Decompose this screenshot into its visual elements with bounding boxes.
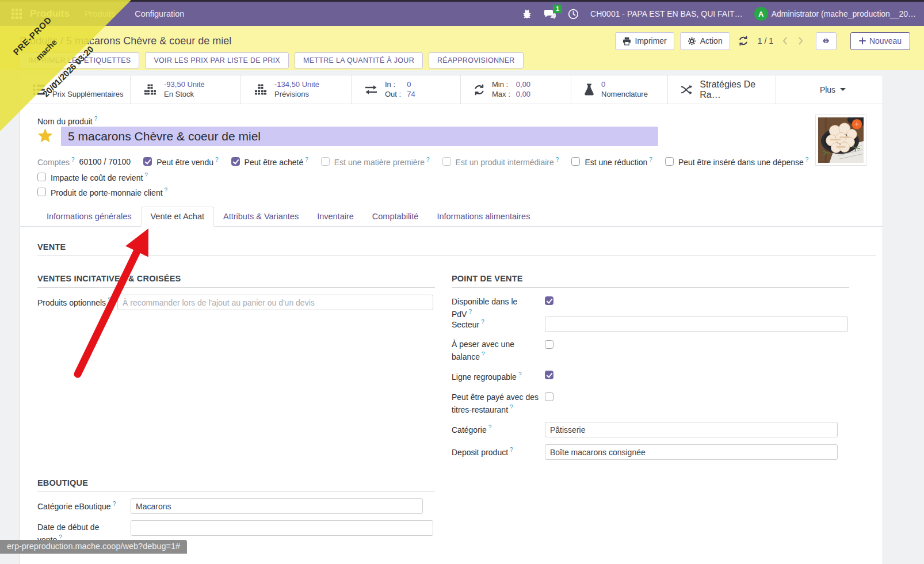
cost-impact-checkbox[interactable] bbox=[37, 173, 46, 181]
tab-general-info[interactable]: Informations générales bbox=[37, 207, 141, 226]
gear-icon bbox=[688, 37, 696, 45]
page-title: 5 macarons Chèvre & coeur de miel bbox=[66, 35, 231, 47]
pos-section-heading: POINT DE VENTE bbox=[452, 274, 849, 288]
app-name[interactable]: Produits bbox=[30, 8, 70, 20]
print-labels-button[interactable]: IMPRIMER LES ÉTIQUETTES bbox=[20, 52, 139, 68]
action-label: Action bbox=[700, 36, 723, 45]
stat-in-value: 0 bbox=[407, 80, 415, 89]
sale-section-title: VENTE bbox=[37, 242, 876, 251]
main-navbar: Produits Produits Configuration 1 bbox=[0, 2, 924, 26]
expense-checkbox[interactable] bbox=[665, 157, 674, 166]
available-in-pos-checkbox[interactable] bbox=[545, 296, 553, 305]
view-pricelist-prices-button[interactable]: VOIR LES PRIX PAR LISTE DE PRIX bbox=[145, 52, 289, 68]
messages-icon[interactable]: 1 bbox=[544, 9, 556, 20]
is-discount-checkbox[interactable] bbox=[571, 157, 580, 166]
refresh-button[interactable] bbox=[736, 36, 751, 46]
stat-extra-prices[interactable]: 0Prix Supplémentaires bbox=[20, 75, 131, 104]
stat-bom[interactable]: 0Nomenclature bbox=[571, 75, 668, 104]
update-quantity-button[interactable]: METTRE LA QUANTITÉ À JOUR bbox=[295, 52, 423, 68]
cost-impact-checkbox-item: Impacte le coût de revient bbox=[37, 172, 148, 182]
stat-value: -134,50 Unité bbox=[274, 80, 319, 89]
apps-menu-button[interactable] bbox=[8, 5, 25, 22]
breadcrumb-parent[interactable]: Produits bbox=[20, 35, 58, 47]
meal-voucher-checkbox[interactable] bbox=[545, 392, 553, 401]
expense-checkbox-item: Peut être inséré dans une dépense bbox=[665, 157, 809, 167]
deposit-product-input[interactable] bbox=[545, 444, 838, 460]
is-discount-label: Est une réduction bbox=[585, 157, 652, 167]
stat-in-label: In : bbox=[385, 80, 401, 89]
can-be-sold-checkbox[interactable] bbox=[143, 157, 152, 166]
sale-section-heading: VENTE bbox=[37, 242, 876, 256]
optional-products-input[interactable] bbox=[117, 295, 433, 310]
stat-forecast[interactable]: -134,50 UnitéPrévisions bbox=[241, 75, 352, 104]
control-panel: Produits / 5 macarons Chèvre & coeur de … bbox=[0, 26, 924, 70]
pos-category-input[interactable] bbox=[545, 422, 838, 437]
debug-bug-icon[interactable] bbox=[522, 9, 532, 19]
stat-label: Nomenclature bbox=[601, 90, 648, 99]
stat-more-dropdown[interactable]: Plus bbox=[776, 75, 883, 104]
expense-label: Peut être inséré dans une dépense bbox=[678, 157, 809, 167]
activities-clock-icon[interactable] bbox=[568, 9, 579, 20]
can-be-purchased-checkbox[interactable] bbox=[231, 157, 240, 166]
sale-start-date-input[interactable] bbox=[131, 520, 433, 536]
action-button[interactable]: Action bbox=[680, 32, 730, 50]
intermediate-product-checkbox[interactable] bbox=[442, 157, 451, 166]
stat-on-hand[interactable]: -93,50 UnitéEn Stock bbox=[131, 75, 241, 104]
stat-min-max[interactable]: Min :0,00 Max :0,00 bbox=[461, 75, 571, 104]
new-button[interactable]: Nouveau bbox=[850, 32, 910, 50]
stat-max-label: Max : bbox=[492, 90, 510, 99]
refresh-icon bbox=[738, 36, 749, 46]
stat-button-row: 0Prix Supplémentaires -93,50 UnitéEn Sto… bbox=[20, 75, 883, 104]
menu-produits[interactable]: Produits bbox=[85, 9, 115, 18]
tab-sales-purchase[interactable]: Vente et Achat bbox=[141, 207, 215, 227]
replenish-button[interactable]: RÉAPPROVISIONNER bbox=[429, 52, 524, 68]
pager-value: 1 / 1 bbox=[758, 36, 773, 45]
stat-label: Prévisions bbox=[274, 90, 319, 99]
groupable-line-checkbox[interactable] bbox=[545, 371, 553, 379]
upsell-section-heading: VENTES INCITATIVES & CROISÉES bbox=[37, 274, 435, 288]
stat-out-label: Out : bbox=[385, 90, 401, 99]
expand-width-button[interactable] bbox=[816, 32, 837, 50]
print-button[interactable]: Imprimer bbox=[615, 32, 674, 50]
customer-wallet-checkbox-item: Produit de porte-monnaie client bbox=[37, 187, 167, 197]
pager-previous-button[interactable] bbox=[780, 36, 790, 45]
user-avatar: A bbox=[754, 7, 768, 21]
user-menu[interactable]: A Administrator (mache_production__20… bbox=[754, 7, 916, 21]
product-form-page: Produits Produits Configuration 1 bbox=[0, 0, 924, 564]
can-be-purchased-checkbox-item: Peut être acheté bbox=[231, 157, 308, 167]
tab-accounting[interactable]: Comptabilité bbox=[363, 207, 428, 226]
accounts-label: Comptes bbox=[37, 157, 75, 167]
product-name-input[interactable] bbox=[61, 127, 658, 146]
pager-next-button[interactable] bbox=[796, 36, 805, 45]
to-weigh-checkbox[interactable] bbox=[545, 340, 553, 349]
tab-attributes-variants[interactable]: Attributs & Variantes bbox=[214, 207, 308, 226]
sector-input[interactable] bbox=[545, 317, 848, 332]
cubes-icon bbox=[254, 83, 268, 96]
optional-products-label: Produits optionnels bbox=[37, 296, 125, 308]
menu-configuration[interactable]: Configuration bbox=[135, 9, 184, 18]
upsell-section-title: VENTES INCITATIVES & CROISÉES bbox=[37, 274, 435, 283]
can-be-sold-label: Peut être vendu bbox=[156, 157, 218, 167]
product-image[interactable] bbox=[815, 115, 866, 166]
stat-label: En Stock bbox=[164, 90, 205, 99]
eshop-category-input[interactable] bbox=[131, 498, 423, 514]
intermediate-product-checkbox-item: Est un produit intermédiaire bbox=[442, 157, 559, 167]
unread-count-badge: 1 bbox=[553, 5, 562, 13]
sync-icon bbox=[474, 84, 485, 96]
sector-label: Secteur bbox=[452, 318, 539, 330]
transfer-arrows-icon bbox=[364, 84, 378, 96]
cost-impact-label: Impacte le coût de revient bbox=[51, 172, 148, 182]
company-switcher[interactable]: CH0001 - PAPA EST EN BAS, QUI FAIT… bbox=[590, 9, 743, 18]
tab-food-info[interactable]: Informations alimentaires bbox=[427, 207, 539, 226]
raw-material-checkbox[interactable] bbox=[321, 157, 330, 166]
customer-wallet-checkbox[interactable] bbox=[37, 188, 46, 196]
stat-min-value: 0,00 bbox=[516, 80, 530, 89]
breadcrumb-separator: / bbox=[60, 35, 63, 47]
cubes-icon bbox=[143, 83, 157, 96]
stat-putaway-strategies[interactable]: Stratégies De Ra… bbox=[668, 75, 776, 104]
stat-in-out[interactable]: In :0 Out :74 bbox=[352, 75, 461, 104]
favorite-star-icon[interactable] bbox=[37, 128, 53, 143]
shuffle-icon bbox=[681, 84, 693, 96]
groupable-line-label: Ligne regroupable bbox=[452, 371, 539, 383]
tab-inventory[interactable]: Inventaire bbox=[308, 207, 363, 226]
